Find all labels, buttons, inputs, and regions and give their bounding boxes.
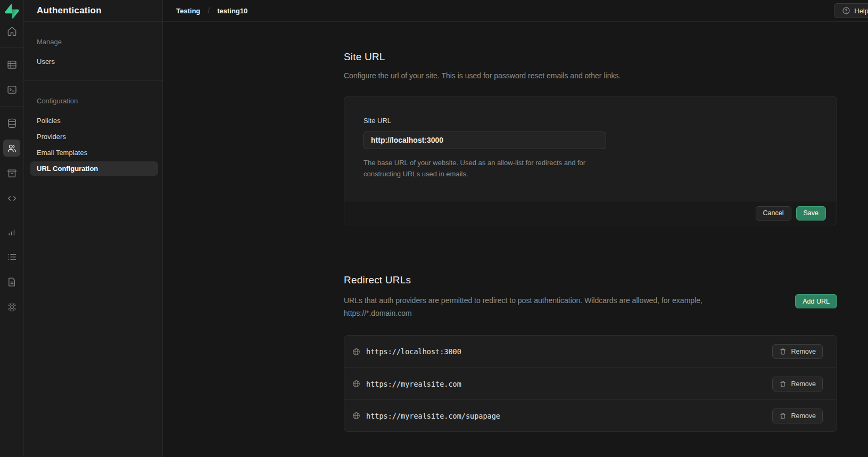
globe-icon [352,347,361,356]
sidebar-item-email-templates[interactable]: Email Templates [30,145,158,160]
redirect-url-value: https://myrealsite.com/supapage [366,412,500,420]
nav-group-label: Manage [24,38,162,46]
site-url-description: Configure the url of your site. This is … [344,71,837,81]
breadcrumb-project[interactable]: Testing [176,7,200,15]
nav-group-label: Configuration [24,97,162,105]
sidebar-item-users[interactable]: Users [30,54,158,69]
nav-group-manage: Manage Users [24,38,162,69]
site-url-section: Site URL Configure the url of your site.… [344,51,837,225]
trash-icon [779,348,787,355]
redirect-url-row: https://localhost:3000 Remove [344,336,837,368]
redirect-urls-section: Redirect URLs URLs that auth providers a… [344,274,837,432]
redirect-url-value: https://localhost:3000 [366,347,461,356]
sidebar-item-providers[interactable]: Providers [30,129,158,144]
trash-icon [779,412,787,420]
bar-chart-icon [6,226,18,238]
rail-table-editor-button[interactable] [3,56,20,73]
globe-icon [352,379,361,388]
archive-icon [6,168,18,179]
globe-icon [352,411,361,420]
sidebar-item-url-configuration[interactable]: URL Configuration [30,161,158,176]
rail-database-button[interactable] [3,115,20,132]
breadcrumb-separator: / [208,6,210,15]
rail-divider [0,215,23,215]
cancel-button[interactable]: Cancel [756,206,791,221]
remove-button-label: Remove [791,380,816,388]
save-button[interactable]: Save [796,206,826,221]
site-url-card: Site URL The base URL of your website. U… [344,96,837,226]
rail-edge-functions-button[interactable] [3,190,20,207]
top-bar: Testing / testing10 Help [163,0,868,22]
site-url-input[interactable] [363,132,606,149]
list-icon [6,251,18,263]
nav-group-configuration: Configuration Policies Providers Email T… [24,97,162,176]
site-url-card-footer: Cancel Save [344,201,837,225]
document-icon [6,276,18,288]
redirect-url-row: https://myrealsite.com Remove [344,368,837,399]
breadcrumb-branch[interactable]: testing10 [217,7,247,15]
rail-authentication-button[interactable] [3,140,20,157]
help-icon [842,6,850,15]
supabase-logo[interactable] [0,0,24,22]
sidebar-divider [24,80,162,81]
app-root: Authentication Manage Users Configuratio… [0,0,868,457]
site-url-help-text: The base URL of your website. Used as an… [363,157,614,180]
nav-rail [0,0,24,457]
remove-button-label: Remove [791,412,816,420]
rail-logs-button[interactable] [3,248,20,265]
code-icon [6,193,18,204]
remove-url-button[interactable]: Remove [772,344,823,359]
sidebar-item-policies[interactable]: Policies [30,113,158,128]
database-icon [6,118,18,129]
terminal-icon [6,84,18,95]
help-button[interactable]: Help [834,3,868,18]
rail-settings-button[interactable] [3,298,20,315]
table-icon [6,59,18,70]
sidebar-header: Authentication [24,0,162,22]
remove-button-label: Remove [791,348,816,355]
rail-api-docs-button[interactable] [3,273,20,290]
redirect-url-row: https://myrealsite.com/supapage Remove [344,399,837,431]
remove-url-button[interactable]: Remove [772,377,823,391]
redirect-urls-description: URLs that auth providers are permitted t… [344,295,702,307]
home-icon [6,26,18,37]
redirect-urls-title: Redirect URLs [344,274,702,286]
rail-divider [0,106,23,107]
redirect-urls-list: https://localhost:3000 Remove https://my… [344,335,837,432]
users-icon [6,143,18,154]
remove-url-button[interactable]: Remove [772,409,823,423]
site-url-field-label: Site URL [363,117,817,125]
breadcrumb: Testing / testing10 [176,6,247,15]
rail-storage-button[interactable] [3,165,20,182]
redirect-url-value: https://myrealsite.com [366,380,461,388]
rail-sql-editor-button[interactable] [3,81,20,98]
rail-divider [0,47,23,48]
gear-icon [6,301,18,313]
trash-icon [779,380,787,388]
rail-reports-button[interactable] [3,223,20,240]
help-button-label: Help [854,7,868,15]
rail-home-button[interactable] [3,22,20,39]
auth-sidebar-nav: Manage Users Configuration Policies Prov… [24,22,162,176]
main-content: Site URL Configure the url of your site.… [163,22,868,457]
page-title: Authentication [37,5,102,16]
redirect-urls-description-example: https://*.domain.com [344,307,702,320]
auth-sidebar: Authentication Manage Users Configuratio… [24,0,163,457]
site-url-title: Site URL [344,51,837,63]
add-url-button[interactable]: Add URL [795,294,837,308]
